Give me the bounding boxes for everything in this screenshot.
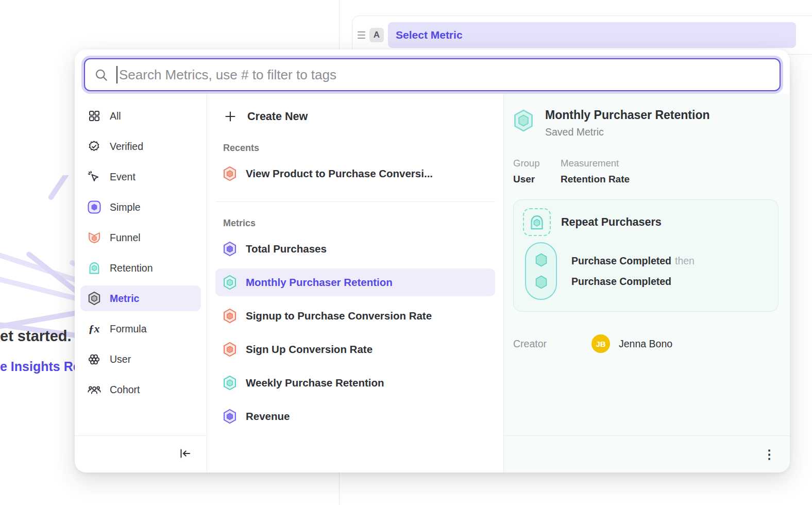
group-label: Group (513, 158, 547, 169)
creator-name: Jenna Bono (619, 338, 672, 350)
create-new-label: Create New (247, 110, 308, 123)
sidebar-item-label: Event (110, 171, 136, 183)
creator-label: Creator (513, 338, 591, 350)
retention-dashed-icon (523, 208, 551, 236)
list-divider (215, 201, 495, 202)
hexagon-teal-large-icon (513, 109, 534, 138)
metric-item-label: Total Purchases (246, 243, 327, 255)
plus-icon (223, 109, 238, 124)
get-started-text: et started. (0, 328, 82, 345)
hexagon-purple-icon (223, 241, 237, 257)
sidebar-item-verified[interactable]: Verified (80, 133, 201, 159)
metrics-section-label: Metrics (215, 218, 495, 229)
metric-item-label: Monthly Purchaser Retention (246, 276, 393, 289)
sidebar-item-label: All (110, 110, 121, 122)
search-focus-ring (81, 56, 783, 94)
metric-item-total-purchases[interactable]: Total Purchases (215, 235, 495, 263)
sidebar-item-label: User (110, 354, 131, 365)
metric-picker-modal: All Verified (75, 49, 790, 473)
metric-detail-panel: Monthly Purchaser Retention Saved Metric… (504, 94, 790, 473)
hexagon-purple-icon (223, 409, 237, 424)
drag-handle-icon[interactable] (358, 31, 365, 39)
sidebar-item-formula[interactable]: ƒx Formula (80, 316, 201, 342)
definition-card: Repeat Purchasers (513, 199, 779, 312)
retention-step-1: Purchase Completedthen (571, 255, 695, 267)
search-area (75, 49, 790, 94)
collapse-panel-button[interactable] (179, 447, 191, 461)
formula-icon: ƒx (87, 322, 101, 336)
create-new-button[interactable]: Create New (215, 103, 495, 130)
sidebar-item-label: Funnel (110, 232, 141, 244)
verified-badge-icon (87, 140, 101, 154)
creator-row: Creator JB Jenna Bono (513, 334, 779, 353)
recents-section-label: Recents (215, 143, 495, 154)
select-metric-button[interactable]: Select Metric (388, 22, 796, 48)
search-icon (94, 68, 108, 82)
sidebar-item-label: Formula (110, 323, 147, 335)
sidebar-footer (75, 435, 207, 473)
detail-subtitle: Saved Metric (545, 126, 709, 138)
metric-hexagon-icon (87, 292, 101, 306)
metric-item-label: Weekly Purchase Retention (246, 377, 384, 389)
hexagon-coral-icon (223, 342, 237, 357)
hexagon-coral-icon (223, 166, 237, 181)
metric-item-label: Signup to Purchase Conversion Rate (246, 310, 432, 322)
metric-item-sign-up-conversion[interactable]: Sign Up Conversion Rate (215, 335, 495, 363)
retention-step-2: Purchase Completed (571, 276, 695, 288)
sidebar-item-event[interactable]: Event (80, 164, 201, 190)
more-options-button[interactable]: ⋮ (763, 448, 775, 461)
search-box[interactable] (84, 58, 781, 91)
simple-metric-icon (87, 200, 101, 214)
retention-steps-capsule (525, 242, 557, 300)
metric-item-signup-to-purchase[interactable]: Signup to Purchase Conversion Rate (215, 302, 495, 330)
hexagon-coral-icon (223, 308, 237, 324)
metric-item-weekly-purchase-retention[interactable]: Weekly Purchase Retention (215, 369, 495, 397)
sidebar-item-label: Simple (110, 201, 141, 213)
measurement-label: Measurement (561, 158, 630, 169)
kebab-menu-icon: ⋮ (763, 448, 775, 461)
measurement-value: Retention Rate (561, 174, 630, 185)
user-cluster-icon (87, 352, 101, 366)
recent-item-label: View Product to Purchase Conversi... (246, 167, 433, 180)
group-value: User (513, 174, 547, 185)
metric-bar-card: A Select Metric (352, 15, 812, 55)
funnel-metric-icon (87, 231, 101, 245)
metric-item-revenue[interactable]: Revenue (215, 402, 495, 430)
sidebar-item-retention[interactable]: Retention (80, 255, 201, 281)
sidebar-item-all[interactable]: All (80, 103, 201, 129)
grid-icon (87, 109, 101, 123)
sidebar-item-cohort[interactable]: Cohort (80, 377, 201, 402)
metric-item-label: Sign Up Conversion Rate (246, 343, 373, 356)
cohort-icon (87, 383, 101, 397)
step-hexagon-icon (534, 275, 548, 290)
search-input[interactable] (119, 67, 770, 83)
metric-meta: Group User Measurement Retention Rate (513, 158, 779, 185)
sidebar-item-label: Cohort (110, 384, 140, 396)
text-cursor (116, 66, 117, 83)
sidebar-item-label: Metric (110, 293, 139, 305)
metric-item-label: Revenue (246, 410, 290, 423)
event-cursor-icon (87, 170, 101, 184)
sidebar-item-label: Retention (110, 262, 153, 274)
category-sidebar: All Verified (75, 94, 207, 473)
series-a-badge: A (369, 28, 384, 42)
sidebar-item-user[interactable]: User (80, 346, 201, 372)
sidebar-item-simple[interactable]: Simple (80, 194, 201, 220)
sidebar-item-metric[interactable]: Metric (80, 285, 201, 311)
hexagon-teal-icon (223, 375, 237, 391)
retention-metric-icon (87, 261, 101, 275)
recent-item[interactable]: View Product to Purchase Conversi... (215, 160, 495, 188)
select-metric-label: Select Metric (396, 29, 463, 41)
metric-item-monthly-purchaser-retention[interactable]: Monthly Purchaser Retention (215, 268, 495, 296)
hexagon-teal-icon (223, 275, 237, 290)
definition-name: Repeat Purchasers (561, 216, 662, 229)
sidebar-item-label: Verified (110, 141, 143, 153)
screen: et started. e Insights Re A Select Metri… (0, 0, 812, 505)
sidebar-item-funnel[interactable]: Funnel (80, 225, 201, 250)
collapse-panel-icon (179, 447, 191, 461)
step-hexagon-icon (534, 252, 548, 267)
creator-avatar: JB (591, 334, 610, 353)
detail-title: Monthly Purchaser Retention (545, 108, 709, 122)
category-list: All Verified (75, 103, 207, 435)
metrics-list-panel: Create New Recents View Product to Purch… (207, 94, 504, 473)
